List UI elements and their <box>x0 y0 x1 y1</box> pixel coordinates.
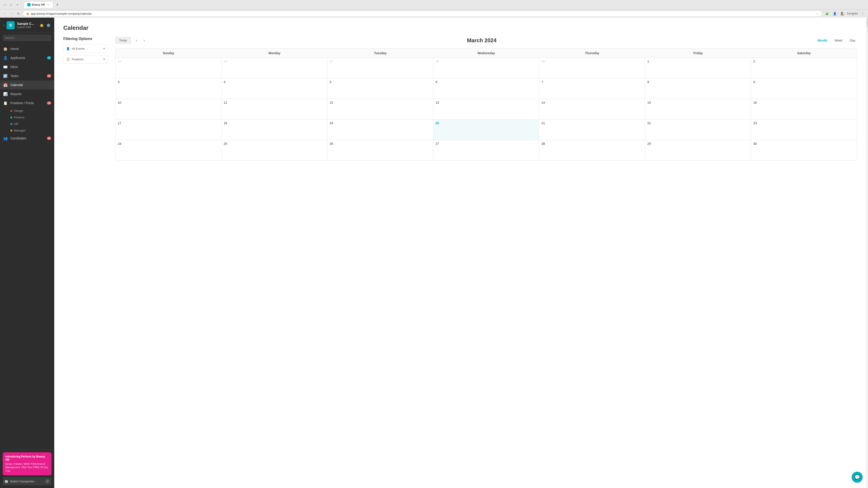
chat-button[interactable]: 💬 <box>852 472 863 483</box>
browser-tab[interactable]: Breezy HR × <box>24 1 53 8</box>
calendar-cell-0-0[interactable]: 25 <box>116 58 221 78</box>
view-day-button[interactable]: Day <box>848 38 857 43</box>
calendar-cell-0-3[interactable]: 28 <box>433 58 539 78</box>
switch-companies-close-icon[interactable]: × <box>45 479 50 484</box>
calendar-cell-0-6[interactable]: 2 <box>751 58 857 78</box>
sidebar-item-design[interactable]: Design <box>10 107 54 114</box>
reload-button[interactable]: ↻ <box>16 11 21 16</box>
close-window-button[interactable]: × <box>15 2 20 7</box>
forward-button[interactable]: → <box>9 11 14 16</box>
calendar-cell-4-3[interactable]: 27 <box>433 140 539 160</box>
filter-positions-dropdown[interactable]: 📋 Positions ▼ <box>63 55 108 64</box>
cell-number-4-4: 28 <box>541 142 643 145</box>
cell-number-2-6: 16 <box>753 101 855 104</box>
extensions-button[interactable]: 🧩 <box>824 10 830 17</box>
maximize-button[interactable]: □ <box>8 2 13 7</box>
cell-number-1-6: 9 <box>753 80 855 84</box>
sidebar-item-label-inbox: Inbox <box>10 65 51 69</box>
calendar-cell-0-2[interactable]: 27 <box>327 58 433 78</box>
prev-month-button[interactable]: ‹ <box>133 37 140 44</box>
calendar-cell-1-2[interactable]: 5 <box>327 78 433 99</box>
calendar-cell-1-4[interactable]: 7 <box>539 78 645 99</box>
calendar-cell-1-0[interactable]: 3 <box>116 78 221 99</box>
sidebar-item-candidates[interactable]: 👥 Candidates + <box>0 134 54 143</box>
calendar-cell-2-2[interactable]: 12 <box>327 99 433 119</box>
sidebar-item-label-manager: Manager <box>14 129 26 132</box>
calendar-cell-4-5[interactable]: 29 <box>645 140 751 160</box>
calendar-cell-2-1[interactable]: 11 <box>221 99 328 119</box>
tab-close-button[interactable]: × <box>46 3 50 6</box>
day-header-friday: Friday <box>645 48 751 58</box>
positions-badge: + <box>47 101 51 105</box>
sidebar-item-reports[interactable]: 📊 Reports <box>0 90 54 98</box>
calendar-cell-1-3[interactable]: 6 <box>433 78 539 99</box>
sidebar-item-manager[interactable]: Manager <box>10 127 54 134</box>
sidebar-item-hr[interactable]: HR <box>10 121 54 127</box>
promo-banner[interactable]: Introducing Perform by Breezy HR Easier,… <box>3 452 52 475</box>
calendar-cell-3-3[interactable]: 20 <box>433 120 539 140</box>
promo-title: Introducing Perform by Breezy HR <box>5 455 49 461</box>
back-button[interactable]: ← <box>2 11 7 16</box>
filter-all-events-dropdown[interactable]: 👤 All Events ▼ <box>63 44 108 53</box>
calendar-cell-4-6[interactable]: 30 <box>751 140 857 160</box>
calendar-cell-4-0[interactable]: 24 <box>116 140 221 160</box>
calendar-cell-3-1[interactable]: 18 <box>221 120 328 140</box>
switch-companies-button[interactable]: 🏢 Switch Companies × <box>3 477 52 485</box>
sidebar-collapse-button[interactable]: ‹ <box>3 23 4 27</box>
calendar-cell-1-5[interactable]: 8 <box>645 78 751 99</box>
notifications-icon[interactable]: 🔔 <box>39 23 44 28</box>
calendar-cell-2-4[interactable]: 14 <box>539 99 645 119</box>
cell-number-2-2: 12 <box>330 101 431 104</box>
minimize-button[interactable]: — <box>2 2 7 7</box>
sidebar-item-inbox[interactable]: ✉️ Inbox <box>0 62 54 71</box>
bookmark-icon[interactable]: ☆ <box>816 12 819 15</box>
calendar-cell-0-4[interactable]: 29 <box>539 58 645 78</box>
calendar-cell-2-6[interactable]: 16 <box>751 99 857 119</box>
sidebar-item-applicants[interactable]: 👤 Applicants 1 <box>0 53 54 62</box>
sidebar-item-calendar[interactable]: 📅 Calendar <box>0 80 54 90</box>
calendar-cell-4-1[interactable]: 25 <box>221 140 328 160</box>
cell-number-1-1: 4 <box>224 80 325 84</box>
next-month-button[interactable]: › <box>141 37 148 44</box>
filter-all-events-label: All Events <box>72 47 85 51</box>
view-month-button[interactable]: Month <box>816 38 829 43</box>
sidebar-item-finance[interactable]: Finance <box>10 114 54 121</box>
calendar-cell-1-6[interactable]: 9 <box>751 78 857 99</box>
view-week-button[interactable]: Week <box>833 38 844 43</box>
calendar-cell-1-1[interactable]: 4 <box>221 78 328 99</box>
cell-number-3-4: 21 <box>541 121 643 125</box>
profile-button[interactable]: 👤 <box>832 10 838 17</box>
calendar-cell-4-2[interactable]: 26 <box>327 140 433 160</box>
sidebar-item-tasks[interactable]: ☑️ Tasks + <box>0 71 54 80</box>
calendar-cell-3-6[interactable]: 23 <box>751 120 857 140</box>
today-button[interactable]: Today <box>115 37 131 44</box>
home-icon: 🏠 <box>3 46 8 51</box>
main-content: Calendar Filtering Options 👤 All Events … <box>54 18 866 488</box>
calendar-cell-3-0[interactable]: 17 <box>116 120 221 140</box>
calendar-cell-4-4[interactable]: 28 <box>539 140 645 160</box>
calendar-cell-3-4[interactable]: 21 <box>539 120 645 140</box>
tab-label: Breezy HR <box>32 3 45 6</box>
scrollbar-thumb[interactable] <box>867 18 868 27</box>
calendar-cell-3-5[interactable]: 22 <box>645 120 751 140</box>
day-header-wednesday: Wednesday <box>433 48 539 58</box>
sidebar-item-label-applicants: Applicants <box>10 56 44 60</box>
user-name: Lauren Deli <box>17 26 37 29</box>
sidebar-item-positions-pools[interactable]: 📋 Positions / Pools + <box>0 98 54 107</box>
sidebar-item-label-positions: Positions / Pools <box>10 101 44 105</box>
sidebar-item-home[interactable]: 🏠 Home <box>0 44 54 53</box>
cell-number-3-2: 19 <box>330 121 431 125</box>
settings-icon[interactable]: ⚙️ <box>46 23 51 28</box>
new-tab-button[interactable]: + <box>54 2 61 8</box>
calendar-cell-2-0[interactable]: 10 <box>116 99 221 119</box>
calendar-cell-2-3[interactable]: 13 <box>433 99 539 119</box>
calendar-cell-0-1[interactable]: 26 <box>221 58 328 78</box>
scrollbar[interactable] <box>866 18 868 488</box>
search-input[interactable] <box>3 35 52 41</box>
sidebar-item-label-hr: HR <box>14 122 18 126</box>
menu-button[interactable]: ⋮ <box>860 10 866 17</box>
calendar-cell-3-2[interactable]: 19 <box>327 120 433 140</box>
calendar-cell-0-5[interactable]: 1 <box>645 58 751 78</box>
address-bar[interactable]: 🔒 app.breezy.hr/app/c/sample-company/cal… <box>23 11 822 17</box>
calendar-cell-2-5[interactable]: 15 <box>645 99 751 119</box>
